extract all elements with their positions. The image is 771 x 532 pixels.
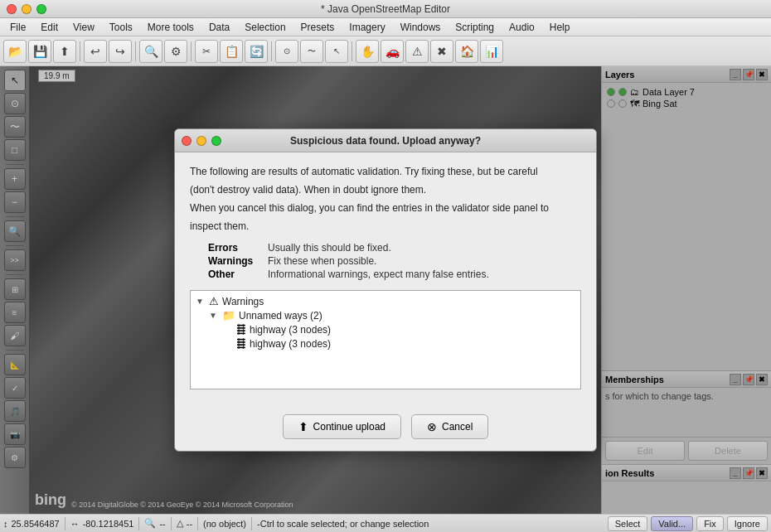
menu-imagery[interactable]: Imagery	[342, 20, 391, 35]
dialog-body: The following are results of automatic v…	[175, 152, 596, 406]
tb-redo[interactable]: ↪	[109, 40, 132, 63]
tree-hw1-label: highway (3 nodes)	[250, 324, 331, 336]
tb-node[interactable]: ⊙	[275, 40, 298, 63]
status-sep2	[138, 517, 139, 530]
tb-settings[interactable]: ⚙	[164, 40, 187, 63]
continue-upload-button[interactable]: ⬆ Continue upload	[283, 414, 401, 439]
menu-data[interactable]: Data	[202, 20, 236, 35]
tb-delete[interactable]: ✖	[430, 40, 453, 63]
warnings-row: Warnings Fix these when possible.	[208, 255, 489, 267]
status-sep3	[171, 517, 172, 530]
tb-refresh[interactable]: 🔄	[245, 40, 268, 63]
continue-label: Continue upload	[313, 421, 386, 433]
main-area: ↖ ⊙ 〜 □ + − 🔍 >> ⊞ ≡ 🖌 📐 ✓ 🎵 📷 ⚙ 19.9 m …	[0, 66, 771, 514]
menu-windows[interactable]: Windows	[394, 20, 448, 35]
cancel-button[interactable]: ⊗ Cancel	[411, 414, 488, 439]
ignore-button[interactable]: Ignore	[727, 516, 768, 531]
warnings-label: Warnings	[208, 255, 266, 267]
menu-more-tools[interactable]: More tools	[141, 20, 201, 35]
tb-zoom[interactable]: 🔍	[139, 40, 162, 63]
status-zoom: --	[159, 519, 165, 529]
window-title: * Java OpenStreetMap Editor	[321, 3, 450, 15]
status-angle: --	[187, 519, 192, 529]
status-lon: -80.1218451	[83, 519, 134, 529]
tree-root-warnings[interactable]: ▼ ⚠ Warnings	[194, 294, 577, 308]
status-hint: -Ctrl to scale selected; or change selec…	[257, 519, 604, 529]
tree-arrow-hw1: ▶	[222, 325, 232, 334]
dialog-title-bar: Suspicious data found. Upload anyway?	[175, 129, 596, 152]
status-bar: ↕ 25.8546487 ↔ -80.1218451 🔍 -- △ -- (no…	[0, 514, 771, 532]
valid-button[interactable]: Valid...	[651, 516, 693, 531]
tree-unnamed-ways[interactable]: ▼ 📁 Unnamed ways (2)	[207, 308, 577, 322]
window-controls[interactable]	[7, 4, 46, 14]
tree-warnings-label: Warnings	[222, 296, 264, 307]
status-angle-icon: △	[177, 518, 183, 529]
tree-way-icon-1: 🛤	[235, 323, 246, 336]
tb-sep3	[191, 41, 192, 61]
dialog-min-btn[interactable]	[196, 136, 206, 146]
tree-arrow-root: ▼	[196, 297, 206, 306]
menu-scripting[interactable]: Scripting	[449, 20, 501, 35]
error-types-table: Errors Usually this should be fixed. War…	[206, 240, 491, 282]
dialog-intro2: (don't destroy valid data). When in doub…	[190, 182, 581, 197]
validation-tree[interactable]: ▼ ⚠ Warnings ▼ 📁 Unnamed ways (2) ▶	[190, 290, 581, 389]
tb-upload[interactable]: ⬆	[53, 40, 76, 63]
other-label: Other	[208, 268, 266, 280]
error-row: Errors Usually this should be fixed.	[208, 242, 489, 254]
menu-tools[interactable]: Tools	[103, 20, 139, 35]
menu-edit[interactable]: Edit	[34, 20, 65, 35]
close-button[interactable]	[7, 4, 17, 14]
tree-highway-1[interactable]: ▶ 🛤 highway (3 nodes)	[221, 322, 577, 336]
maximize-button[interactable]	[36, 4, 46, 14]
tb-sep5	[352, 41, 352, 61]
status-sep1	[65, 517, 65, 530]
tb-car[interactable]: 🚗	[381, 40, 404, 63]
cancel-label: Cancel	[442, 421, 473, 433]
tb-cut[interactable]: ✂	[195, 40, 218, 63]
tb-open[interactable]: 📂	[3, 40, 27, 63]
menu-view[interactable]: View	[66, 20, 101, 35]
tb-sep1	[80, 41, 80, 61]
tb-home[interactable]: 🏠	[455, 40, 478, 63]
minimize-button[interactable]	[22, 4, 32, 14]
tb-undo[interactable]: ↩	[84, 40, 107, 63]
other-row: Other Informational warnings, expect man…	[208, 268, 489, 280]
fix-button[interactable]: Fix	[696, 516, 724, 531]
menu-audio[interactable]: Audio	[502, 20, 541, 35]
dialog-window-controls[interactable]	[182, 136, 221, 146]
status-lat: 25.8546487	[12, 519, 60, 529]
tree-unnamed-ways-group: ▼ 📁 Unnamed ways (2) ▶ 🛤 highway (3 node…	[207, 308, 577, 351]
menu-bar: File Edit View Tools More tools Data Sel…	[0, 18, 771, 36]
dialog-max-btn[interactable]	[211, 136, 221, 146]
cancel-icon: ⊗	[427, 420, 437, 433]
tb-save[interactable]: 💾	[28, 40, 51, 63]
title-bar: * Java OpenStreetMap Editor	[0, 0, 771, 18]
status-sep5	[251, 517, 252, 530]
menu-presets[interactable]: Presets	[294, 20, 342, 35]
select-button[interactable]: Select	[608, 516, 648, 531]
menu-help[interactable]: Help	[543, 20, 577, 35]
tb-way[interactable]: 〜	[300, 40, 323, 63]
status-sep4	[197, 517, 198, 530]
tree-way-icon-2: 🛤	[235, 337, 246, 350]
other-desc: Informational warnings, expect many fals…	[268, 268, 489, 280]
warnings-desc: Fix these when possible.	[268, 255, 489, 267]
status-lon-icon: ↔	[70, 519, 80, 529]
tree-arrow-unnamed: ▼	[209, 311, 219, 320]
upload-icon: ⬆	[298, 420, 308, 433]
tb-warning[interactable]: ⚠	[405, 40, 429, 63]
tree-warning-icon: ⚠	[209, 295, 219, 307]
tb-select[interactable]: ↖	[325, 40, 348, 63]
tree-unnamed-ways-label: Unnamed ways (2)	[239, 310, 322, 322]
tb-chart[interactable]: 📊	[480, 40, 503, 63]
dialog-close-btn[interactable]	[182, 136, 192, 146]
dialog-intro4: inspect them.	[190, 219, 581, 234]
tb-sep4	[271, 41, 272, 61]
menu-selection[interactable]: Selection	[238, 20, 292, 35]
menu-file[interactable]: File	[3, 20, 32, 35]
tb-hand[interactable]: ✋	[356, 40, 379, 63]
tree-highway-2[interactable]: ▶ 🛤 highway (3 nodes)	[221, 336, 577, 351]
tb-copy[interactable]: 📋	[220, 40, 243, 63]
dialog-overlay: Suspicious data found. Upload anyway? Th…	[0, 66, 771, 514]
suspicious-data-dialog: Suspicious data found. Upload anyway? Th…	[174, 128, 597, 452]
